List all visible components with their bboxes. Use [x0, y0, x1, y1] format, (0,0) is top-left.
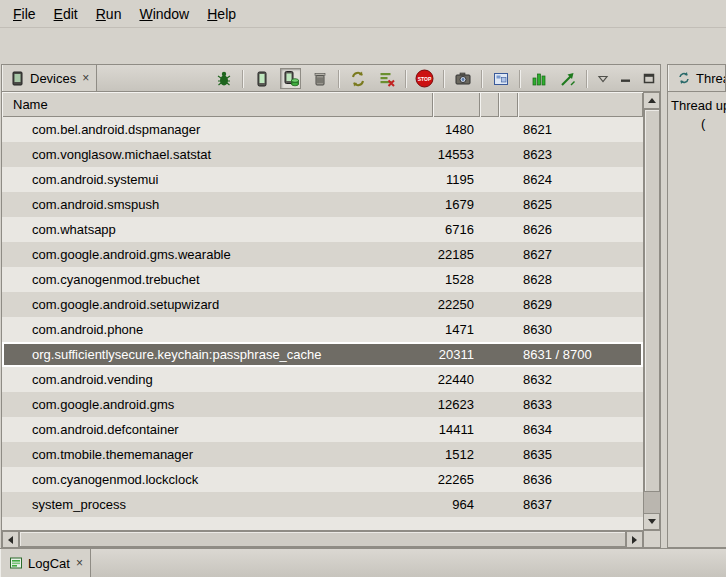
update-threads-icon[interactable] [347, 68, 368, 89]
table-row[interactable]: com.android.smspush16798625 [2, 192, 643, 217]
table-row[interactable]: system_process9648637 [2, 492, 643, 517]
table-row[interactable]: com.whatsapp67168626 [2, 217, 643, 242]
scroll-down-button[interactable] [643, 513, 660, 530]
process-pid: 964 [433, 497, 480, 512]
devices-panel: Devices × [1, 64, 661, 548]
scroll-up-button[interactable] [643, 92, 660, 109]
method-profiling-icon[interactable] [376, 68, 397, 89]
stop-process-icon[interactable]: STOP [414, 68, 435, 89]
tab-logcat-label: LogCat [28, 556, 70, 571]
process-name: system_process [2, 497, 433, 512]
debug-process-icon[interactable] [213, 68, 234, 89]
table-row[interactable]: com.android.vending224408632 [2, 367, 643, 392]
process-name: com.bel.android.dspmanager [2, 122, 433, 137]
heap-dump-icon[interactable] [251, 68, 272, 89]
process-port: 8631 / 8700 [518, 347, 643, 362]
process-name: com.android.smspush [2, 197, 433, 212]
process-pid: 14553 [433, 147, 480, 162]
table-row[interactable]: com.android.systemui11958624 [2, 167, 643, 192]
process-port: 8627 [518, 247, 643, 262]
toolbar-separator [338, 70, 339, 88]
column-header-pid[interactable] [433, 92, 480, 117]
process-name: org.sufficientlysecure.keychain:passphra… [2, 347, 433, 362]
vertical-scrollbar[interactable] [643, 92, 660, 530]
process-pid: 6716 [433, 222, 480, 237]
cause-gc-icon[interactable] [309, 68, 330, 89]
process-pid: 22440 [433, 372, 480, 387]
process-pid: 22265 [433, 472, 480, 487]
table-row[interactable]: com.google.android.gms.wearable221858627 [2, 242, 643, 267]
process-pid: 20311 [433, 347, 480, 362]
table-row[interactable]: com.cyanogenmod.lockclock222658636 [2, 467, 643, 492]
view-menu-icon[interactable] [595, 68, 610, 89]
svg-text:STOP: STOP [418, 76, 432, 82]
ddms-window: File Edit Run Window Help Devices × [0, 0, 726, 577]
close-icon[interactable]: × [82, 72, 89, 84]
logcat-icon [8, 553, 23, 574]
column-header-name[interactable]: Name [2, 92, 433, 117]
menu-run[interactable]: Run [87, 2, 131, 26]
process-pid: 22250 [433, 297, 480, 312]
process-port: 8635 [518, 447, 643, 462]
process-port: 8632 [518, 372, 643, 387]
horizontal-scrollbar[interactable] [2, 530, 643, 547]
column-header-blank1[interactable] [480, 92, 499, 117]
screen-capture-icon[interactable] [452, 68, 473, 89]
table-row[interactable]: com.android.defcontainer144118634 [2, 417, 643, 442]
process-name: com.vonglasow.michael.satstat [2, 147, 433, 162]
scroll-right-button[interactable] [626, 531, 643, 548]
process-port: 8621 [518, 122, 643, 137]
close-icon[interactable]: × [76, 557, 83, 569]
menu-help[interactable]: Help [198, 2, 245, 26]
ui-hierarchy-icon[interactable] [490, 68, 511, 89]
process-name: com.cyanogenmod.trebuchet [2, 272, 433, 287]
table-body: com.bel.android.dspmanager14808621com.vo… [2, 117, 643, 530]
arrow-left-icon [8, 536, 13, 544]
column-header-blank2[interactable] [499, 92, 518, 117]
table-row[interactable]: com.tmobile.thememanager15128635 [2, 442, 643, 467]
menu-window[interactable]: Window [130, 2, 198, 26]
threads-message-line2: ( [701, 116, 723, 131]
process-port: 8636 [518, 472, 643, 487]
scroll-left-button[interactable] [2, 531, 19, 548]
table-header: Name [2, 92, 643, 117]
process-name: com.android.systemui [2, 172, 433, 187]
threads-icon [676, 68, 691, 89]
heap-tracking-icon[interactable] [528, 68, 549, 89]
toolbar-separator [443, 70, 444, 88]
vertical-scroll-thumb[interactable] [644, 109, 660, 492]
menu-edit[interactable]: Edit [45, 2, 87, 26]
table-row[interactable]: com.cyanogenmod.trebuchet15288628 [2, 267, 643, 292]
table-row[interactable]: com.android.phone14718630 [2, 317, 643, 342]
process-pid: 1512 [433, 447, 480, 462]
process-pid: 1471 [433, 322, 480, 337]
process-name: com.android.vending [2, 372, 433, 387]
table-row[interactable]: com.vonglasow.michael.satstat145538623 [2, 142, 643, 167]
process-pid: 12623 [433, 397, 480, 412]
tab-threads-label: Threa [696, 71, 726, 86]
tab-devices[interactable]: Devices × [2, 65, 97, 91]
process-pid: 1195 [433, 172, 480, 187]
process-name: com.google.android.gms [2, 397, 433, 412]
table-row[interactable]: com.google.android.setupwizard222508629 [2, 292, 643, 317]
minimize-icon[interactable] [618, 68, 633, 89]
process-pid: 1480 [433, 122, 480, 137]
process-port: 8629 [518, 297, 643, 312]
arrow-down-icon [648, 519, 656, 524]
maximize-icon[interactable] [641, 68, 656, 89]
table-row[interactable]: com.bel.android.dspmanager14808621 [2, 117, 643, 142]
table-row[interactable]: com.google.android.gms126238633 [2, 392, 643, 417]
column-header-port[interactable] [518, 92, 643, 117]
table-row[interactable]: org.sufficientlysecure.keychain:passphra… [2, 342, 643, 367]
process-name: com.google.android.gms.wearable [2, 247, 433, 262]
tab-logcat[interactable]: LogCat × [0, 549, 91, 577]
process-name: com.tmobile.thememanager [2, 447, 433, 462]
allocation-tracker-icon[interactable] [557, 68, 578, 89]
update-heap-icon[interactable] [280, 68, 301, 89]
tab-threads[interactable]: Threa [668, 65, 726, 91]
process-port: 8630 [518, 322, 643, 337]
horizontal-scroll-thumb[interactable] [19, 531, 626, 547]
process-pid: 1528 [433, 272, 480, 287]
process-name: com.android.defcontainer [2, 422, 433, 437]
menu-file[interactable]: File [4, 2, 45, 26]
